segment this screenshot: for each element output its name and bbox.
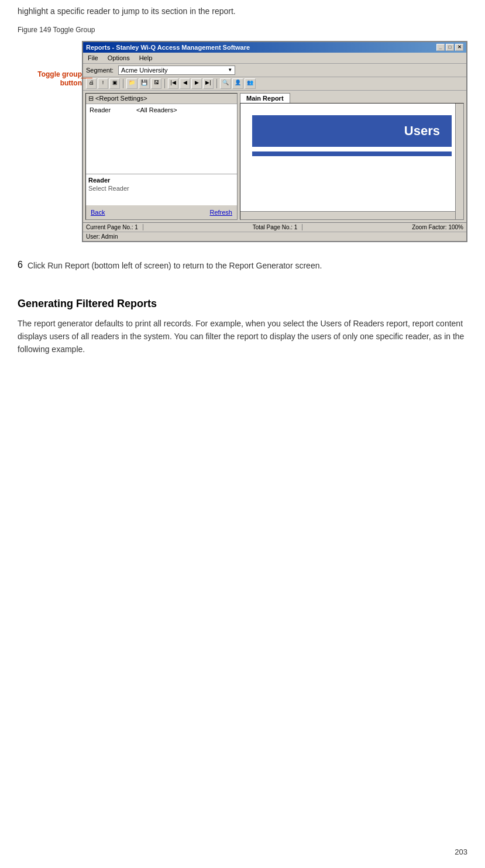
- menu-bar: File Options Help: [83, 53, 466, 64]
- total-page-status: Total Page No.: 1: [253, 224, 303, 230]
- tb-btn-prev-first[interactable]: |◀: [168, 78, 178, 89]
- main-content: ⊟ <Report Settings> Reader <All Readers>…: [83, 91, 466, 222]
- maximize-button[interactable]: □: [446, 44, 454, 51]
- filter-label: Reader: [88, 177, 235, 184]
- users-sub-banner: [252, 151, 452, 156]
- step6-text: Click Run Report (bottom left of screen)…: [27, 260, 322, 272]
- body-paragraph: The report generator defaults to print a…: [18, 317, 467, 356]
- app-window: Reports - Stanley Wi-Q Access Management…: [82, 41, 467, 242]
- zoom-status: Zoom Factor: 100%: [412, 224, 463, 230]
- tb-separator-3: [216, 79, 217, 88]
- users-banner: Users: [252, 115, 452, 147]
- status-bar: Current Page No.: 1 Total Page No.: 1 Zo…: [83, 222, 466, 232]
- main-report-tab[interactable]: Main Report: [240, 93, 290, 103]
- close-button[interactable]: ✕: [455, 44, 463, 51]
- menu-options[interactable]: Options: [106, 54, 132, 62]
- back-link[interactable]: Back: [91, 209, 105, 216]
- tb-separator-1: [123, 79, 123, 88]
- toggle-label-line: [81, 78, 92, 78]
- tree-row-reader: Reader <All Readers>: [87, 105, 236, 115]
- figure-caption: Figure 149 Toggle Group: [18, 26, 467, 34]
- toggle-label-text: Toggle groupbutton: [18, 70, 82, 88]
- tb-btn-floppy[interactable]: 🖫: [151, 78, 161, 89]
- tb-separator-2: [164, 79, 165, 88]
- toolbar: Segment: Acme University ▼: [83, 64, 466, 77]
- right-panel: Main Report Users: [240, 93, 464, 220]
- section-heading: Generating Filtered Reports: [18, 298, 467, 310]
- step6-container: 6 Click Run Report (bottom left of scree…: [18, 260, 467, 284]
- tb-btn-icon3[interactable]: ▣: [109, 78, 120, 89]
- segment-value: Acme University: [121, 67, 167, 74]
- tb-btn-exclamation[interactable]: !: [98, 78, 108, 89]
- tb-btn-search[interactable]: 🔍: [220, 78, 231, 89]
- page-number: 203: [455, 848, 467, 856]
- report-tab-bar: Main Report: [240, 93, 464, 103]
- menu-file[interactable]: File: [86, 54, 100, 62]
- nav-buttons: Back Refresh: [86, 205, 237, 219]
- tb-btn-user1[interactable]: 👤: [232, 78, 243, 89]
- menu-help[interactable]: Help: [137, 54, 154, 62]
- tb-btn-user2[interactable]: 👥: [245, 78, 256, 89]
- tb-btn-prev[interactable]: ◀: [180, 78, 190, 89]
- current-page-status: Current Page No.: 1: [86, 224, 143, 230]
- tb-btn-next[interactable]: ▶: [191, 78, 202, 89]
- tb-btn-next-last[interactable]: ▶|: [203, 78, 214, 89]
- title-bar-buttons: _ □ ✕: [436, 44, 463, 51]
- report-content: Users: [240, 103, 464, 220]
- col-reader-value: <All Readers>: [136, 106, 177, 113]
- title-bar: Reports - Stanley Wi-Q Access Management…: [83, 42, 466, 53]
- tb-btn-folder[interactable]: 📁: [126, 78, 137, 89]
- dropdown-arrow-icon: ▼: [228, 67, 232, 73]
- top-text: highlight a specific reader to jump to i…: [18, 6, 467, 18]
- report-scrollbar-horizontal[interactable]: [240, 211, 455, 219]
- minimize-button[interactable]: _: [436, 44, 445, 51]
- screenshot-wrapper: Toggle groupbutton Reports - Stanley Wi-…: [18, 41, 467, 242]
- col-reader-label: Reader: [90, 106, 136, 113]
- tree-header: ⊟ <Report Settings>: [86, 94, 237, 104]
- tb-btn-print[interactable]: 🖨: [86, 78, 97, 89]
- toggle-label-area: Toggle groupbutton: [18, 41, 82, 88]
- report-scrollbar-vertical[interactable]: [455, 104, 463, 219]
- segment-label: Segment:: [86, 67, 113, 74]
- user-bar: User: Admin: [83, 232, 466, 241]
- segment-dropdown[interactable]: Acme University ▼: [118, 66, 235, 75]
- tb-btn-save[interactable]: 💾: [139, 78, 150, 89]
- filter-section: Reader Select Reader: [86, 174, 237, 194]
- filter-value: Select Reader: [88, 185, 235, 192]
- app-title: Reports - Stanley Wi-Q Access Management…: [86, 44, 250, 51]
- left-panel: ⊟ <Report Settings> Reader <All Readers>…: [85, 93, 238, 220]
- tree-body: Reader <All Readers>: [86, 104, 237, 174]
- refresh-link[interactable]: Refresh: [209, 209, 232, 216]
- step6-number: 6: [18, 260, 23, 270]
- toolbar-buttons-row: 🖨 ! ▣ 📁 💾 🖫 |◀ ◀ ▶ ▶| 🔍 👤 👥: [83, 77, 466, 91]
